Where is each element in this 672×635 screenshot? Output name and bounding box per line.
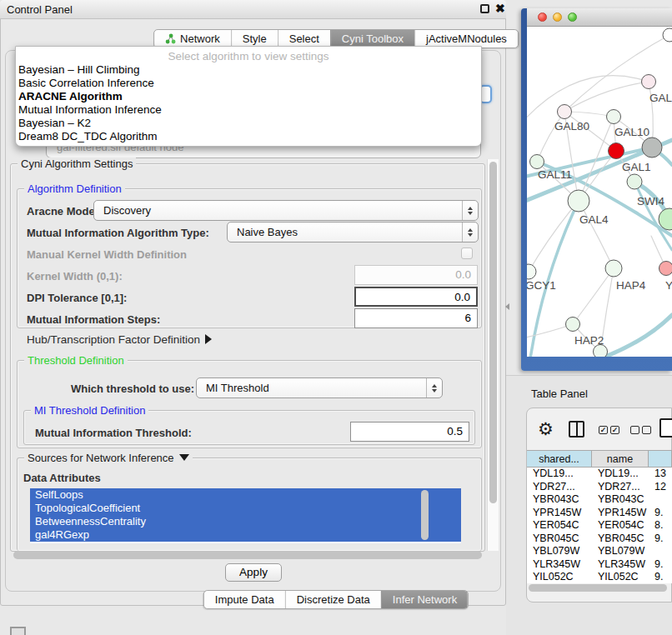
attribute-item-selected[interactable]: gal4RGexp [30, 528, 461, 542]
combo-arrows-icon [462, 222, 478, 242]
network-edge[interactable] [537, 112, 564, 162]
apply-button[interactable]: Apply [225, 563, 282, 582]
table-cell: YDR27... [527, 481, 592, 494]
dpi-tolerance-field[interactable]: 0.0 [354, 287, 478, 307]
which-threshold-combo[interactable]: MI Threshold [196, 378, 443, 398]
network-node[interactable] [568, 190, 589, 212]
mi-type-label: Mutual Information Algorithm Type: [27, 227, 209, 239]
table-row[interactable]: YIL052CYIL052C9. [527, 571, 672, 583]
network-node[interactable] [642, 138, 662, 158]
kernel-width-field[interactable]: 0.0 [354, 265, 478, 285]
table-row[interactable]: YDL19...YDL19...13 [527, 468, 672, 481]
network-node[interactable] [605, 260, 622, 277]
table-cell: 9. [649, 532, 672, 546]
network-canvas[interactable]: GALGAL80GAL10GAL1GAL11SWI4GAL4GCY1HAP4YH… [527, 27, 672, 357]
table-cell [649, 493, 672, 507]
column-header[interactable] [649, 451, 672, 467]
network-node[interactable] [609, 143, 624, 159]
tab-network[interactable]: Network [154, 30, 231, 48]
column-header[interactable]: name [592, 451, 649, 467]
combo-arrows-icon [462, 201, 478, 220]
minimize-traffic-light-icon[interactable] [553, 12, 562, 22]
table-row[interactable]: YDR27...YDR27...12 [527, 481, 672, 494]
tab-impute-data[interactable]: Impute Data [204, 591, 285, 608]
close-icon[interactable]: ✖ [495, 2, 505, 15]
attribute-item-selected[interactable]: BetweennessCentrality [30, 515, 461, 528]
sources-title[interactable]: Sources for Network Inference [24, 452, 193, 464]
mi-threshold-field[interactable]: 0.5 [350, 422, 469, 442]
settings-hscrollbar-thumb[interactable] [13, 551, 482, 559]
panel-divider-handle[interactable] [505, 303, 509, 310]
tab-label: jActiveMNodules [426, 32, 507, 45]
data-attributes-list[interactable]: SelfLoopsTopologicalCoefficientBetweenne… [30, 488, 461, 543]
attributes-list-scrollbar[interactable] [421, 490, 429, 540]
network-edge[interactable] [579, 201, 614, 268]
table-hscrollbar-thumb[interactable] [529, 584, 667, 592]
table-row[interactable]: YBL079WYBL079W [527, 545, 672, 558]
network-node-label: Y [665, 279, 672, 292]
table-row[interactable]: YBR045CYBR045C9. [527, 532, 672, 546]
network-node[interactable] [642, 75, 656, 89]
network-node[interactable] [566, 318, 580, 332]
network-node[interactable] [527, 264, 536, 279]
checked-checkbox-icon[interactable]: ✓ [610, 426, 619, 434]
which-threshold-label: Which threshold to use: [71, 382, 194, 395]
algorithm-option[interactable]: Dream8 DC_TDC Algorithm [16, 130, 481, 143]
minimized-panel-icon[interactable] [10, 627, 26, 635]
table-cell: YBL079W [527, 545, 592, 558]
manual-kernel-checkbox[interactable] [461, 248, 473, 259]
tab-jactivemnodules[interactable]: jActiveMNodules [414, 30, 518, 48]
mi-type-combo[interactable]: Naive Bayes [227, 222, 479, 242]
table-cell: YBL079W [592, 545, 649, 558]
unchecked-checkbox-icon[interactable] [642, 426, 651, 434]
column-header[interactable]: shared... [527, 451, 592, 467]
network-node[interactable] [530, 155, 544, 169]
network-node[interactable] [558, 105, 572, 119]
table-row[interactable]: YER054CYER054C8. [527, 519, 672, 532]
algorithm-option[interactable]: Bayesian – Hill Climbing [16, 63, 481, 77]
tab-infer-network[interactable]: Infer Network [381, 591, 468, 608]
mi-steps-field[interactable]: 6 [354, 308, 478, 328]
algorithm-option[interactable]: ARACNE Algorithm [16, 90, 481, 103]
table-row[interactable]: YBR043CYBR043C [527, 493, 672, 507]
network-node[interactable] [627, 174, 642, 189]
unchecked-checkbox-icon[interactable] [630, 426, 639, 434]
attribute-item-selected[interactable]: SelfLoops [30, 488, 461, 502]
network-edge[interactable] [564, 82, 649, 112]
data-attributes-label: Data Attributes [23, 472, 101, 484]
table-row[interactable]: YPR145WYPR145W9. [527, 507, 672, 520]
hub-definition-label: Hub/Transcription Factor Definition [27, 333, 200, 346]
columns-icon[interactable] [569, 421, 584, 438]
settings-vscrollbar-thumb[interactable] [489, 162, 497, 503]
combo-arrows-icon [426, 378, 442, 398]
network-node[interactable] [659, 262, 672, 276]
tab-label: Discretize Data [297, 593, 370, 606]
tab-select[interactable]: Select [278, 30, 330, 48]
algorithm-option[interactable]: Basic Correlation Inference [16, 77, 481, 90]
table-cell: YPR145W [527, 507, 592, 520]
tab-discretize-data[interactable]: Discretize Data [285, 591, 381, 608]
aracne-mode-combo[interactable]: Discovery [93, 200, 479, 221]
mi-steps-label: Mutual Information Steps: [27, 313, 160, 326]
table-cell: YDR27... [592, 481, 649, 494]
checked-checkbox-icon[interactable]: ✓ [599, 426, 608, 434]
algorithm-option[interactable]: Mutual Information Inference [16, 103, 481, 117]
table-row[interactable]: YLR345WYLR345W9. [527, 558, 672, 572]
zoom-traffic-light-icon[interactable] [568, 12, 577, 22]
tab-cyni-toolbox[interactable]: Cyni Toolbox [330, 30, 414, 48]
hub-definition-toggle[interactable]: Hub/Transcription Factor Definition [27, 333, 212, 346]
float-window-icon[interactable] [480, 4, 489, 13]
algorithm-option[interactable]: Bayesian – K2 [16, 117, 481, 130]
gear-icon[interactable]: ⚙ [538, 419, 554, 439]
page-icon[interactable] [659, 418, 672, 438]
attribute-item-selected[interactable]: TopologicalCoefficient [30, 502, 461, 515]
network-edge[interactable] [573, 268, 614, 324]
network-node-label: GAL4 [579, 213, 609, 226]
network-node[interactable] [607, 110, 621, 124]
network-node-label: GCY1 [527, 279, 556, 292]
network-node[interactable] [663, 28, 672, 42]
tab-style[interactable]: Style [231, 30, 278, 48]
close-traffic-light-icon[interactable] [538, 12, 547, 22]
network-window-titlebar[interactable] [527, 8, 672, 27]
table-cell: YLR345W [592, 558, 649, 572]
